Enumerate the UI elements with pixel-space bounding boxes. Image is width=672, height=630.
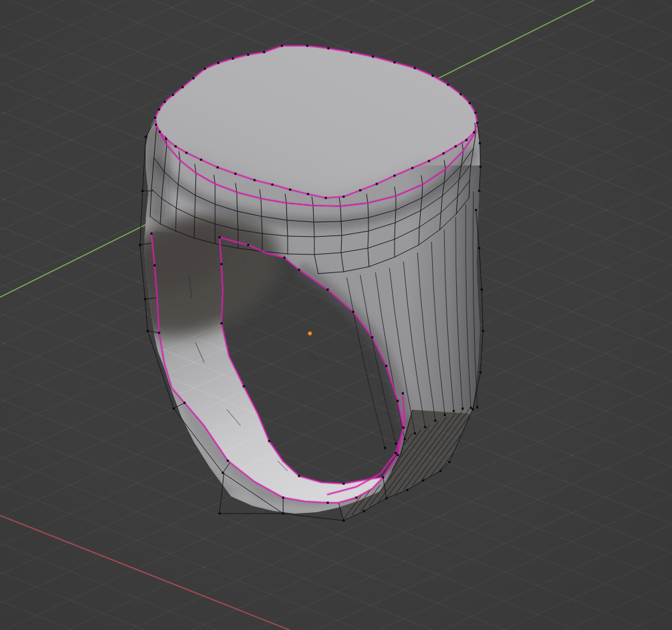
blender-viewport-screenshot: { "app": { "name": "blender-3d-viewport"… (0, 0, 672, 630)
viewport-vignette (0, 0, 672, 630)
